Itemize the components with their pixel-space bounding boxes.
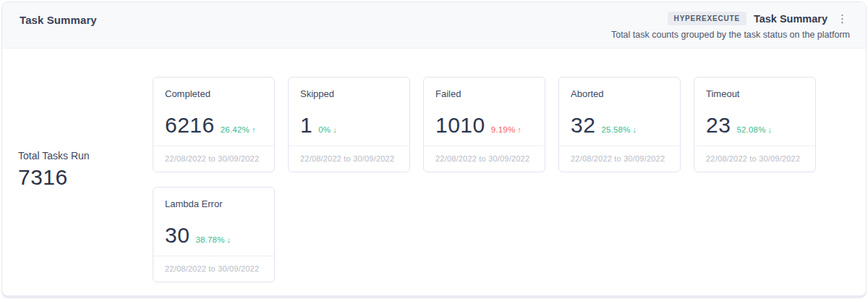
- stat-card-body: Lambda Error 30 38.78%↓: [153, 188, 274, 246]
- kebab-menu-icon[interactable]: ⋮: [835, 12, 850, 25]
- stat-card-metric: 6216 26.42%↑: [165, 114, 263, 136]
- stat-card-change-percent: 52.08%: [736, 125, 765, 134]
- widget-title: Task Summary: [754, 13, 827, 25]
- stat-card-value: 32: [571, 114, 595, 136]
- stat-card-value: 30: [165, 225, 190, 246]
- stat-card-metric: 32 25.58%↓: [571, 114, 668, 136]
- stat-card-title: Lambda Error: [165, 198, 263, 209]
- trend-arrow-icon: ↓: [227, 235, 231, 244]
- stat-card: Aborted 32 25.58%↓ 22/08/2022 to 30/09/2…: [558, 77, 681, 172]
- stat-card-body: Timeout 23 52.08%↓: [694, 77, 815, 136]
- trend-arrow-icon: ↓: [333, 125, 337, 134]
- stat-card-metric: 23 52.08%↓: [706, 114, 804, 136]
- trend-arrow-icon: ↑: [517, 125, 522, 134]
- total-tasks-label: Total Tasks Run: [18, 150, 90, 162]
- stat-card-value: 1: [300, 114, 312, 136]
- task-summary-widget: Task Summary HYPEREXECUTE Task Summary ⋮…: [1, 1, 867, 296]
- stat-card-title: Skipped: [300, 88, 398, 99]
- stat-card-change: 26.42%↑: [221, 125, 256, 134]
- stat-card-title: Aborted: [571, 88, 668, 99]
- stat-card-daterange: 22/08/2022 to 30/09/2022: [153, 146, 274, 172]
- widget-content: Total Tasks Run 7316 Completed 6216 26.4…: [2, 49, 866, 295]
- stat-card-daterange: 22/08/2022 to 30/09/2022: [289, 146, 409, 172]
- stat-card-change: 38.78%↓: [195, 235, 231, 244]
- stat-card-daterange: 22/08/2022 to 30/09/2022: [153, 256, 274, 282]
- cards-grid: Completed 6216 26.42%↑ 22/08/2022 to 30/…: [153, 77, 830, 282]
- page-title: Task Summary: [20, 2, 97, 48]
- stat-card-change-percent: 0%: [318, 125, 331, 134]
- stat-card: Failed 1010 9.19%↑ 22/08/2022 to 30/09/2…: [423, 77, 545, 172]
- stat-card-daterange: 22/08/2022 to 30/09/2022: [424, 146, 545, 172]
- stat-card-body: Aborted 32 25.58%↓: [559, 77, 680, 136]
- stat-card-body: Failed 1010 9.19%↑: [424, 77, 545, 136]
- hyperexecute-badge: HYPEREXECUTE: [668, 12, 746, 25]
- stat-card-change-percent: 25.58%: [601, 125, 630, 134]
- stat-card-value: 6216: [165, 114, 215, 136]
- stat-card-metric: 1 0%↓: [300, 114, 398, 136]
- stat-card: Timeout 23 52.08%↓ 22/08/2022 to 30/09/2…: [694, 77, 816, 172]
- trend-arrow-icon: ↓: [633, 125, 637, 134]
- stat-card-change-percent: 26.42%: [221, 125, 250, 134]
- stat-card-change: 25.58%↓: [601, 125, 637, 134]
- stat-card-metric: 1010 9.19%↑: [435, 114, 533, 136]
- stat-card-metric: 30 38.78%↓: [165, 225, 263, 246]
- stat-card-title: Failed: [435, 88, 533, 99]
- stat-card-change: 0%↓: [318, 125, 337, 134]
- widget-header: Task Summary HYPEREXECUTE Task Summary ⋮…: [2, 2, 866, 49]
- stat-card-title: Completed: [165, 88, 263, 99]
- total-tasks-block: Total Tasks Run 7316: [18, 150, 90, 190]
- stat-card-change-percent: 9.19%: [491, 125, 516, 134]
- stat-card-change: 9.19%↑: [491, 125, 522, 134]
- stat-card: Lambda Error 30 38.78%↓ 22/08/2022 to 30…: [153, 187, 275, 282]
- stat-card-daterange: 22/08/2022 to 30/09/2022: [559, 146, 680, 172]
- stat-card-body: Completed 6216 26.42%↑: [153, 77, 274, 136]
- stat-card-daterange: 22/08/2022 to 30/09/2022: [694, 146, 815, 172]
- stat-card: Completed 6216 26.42%↑ 22/08/2022 to 30/…: [153, 77, 275, 172]
- trend-arrow-icon: ↓: [768, 125, 773, 134]
- trend-arrow-icon: ↑: [252, 125, 256, 134]
- stat-card-body: Skipped 1 0%↓: [289, 77, 409, 136]
- stat-card-value: 23: [706, 114, 731, 136]
- widget-meta: HYPEREXECUTE Task Summary ⋮ Total task c…: [611, 2, 850, 48]
- stat-card-change-percent: 38.78%: [195, 235, 224, 244]
- stat-card-change: 52.08%↓: [736, 125, 772, 134]
- stat-card: Skipped 1 0%↓ 22/08/2022 to 30/09/2022: [288, 77, 410, 172]
- stat-card-title: Timeout: [706, 88, 804, 99]
- widget-subtitle: Total task counts grouped by the task st…: [611, 30, 850, 40]
- total-tasks-value: 7316: [18, 165, 90, 190]
- stat-card-value: 1010: [435, 114, 485, 136]
